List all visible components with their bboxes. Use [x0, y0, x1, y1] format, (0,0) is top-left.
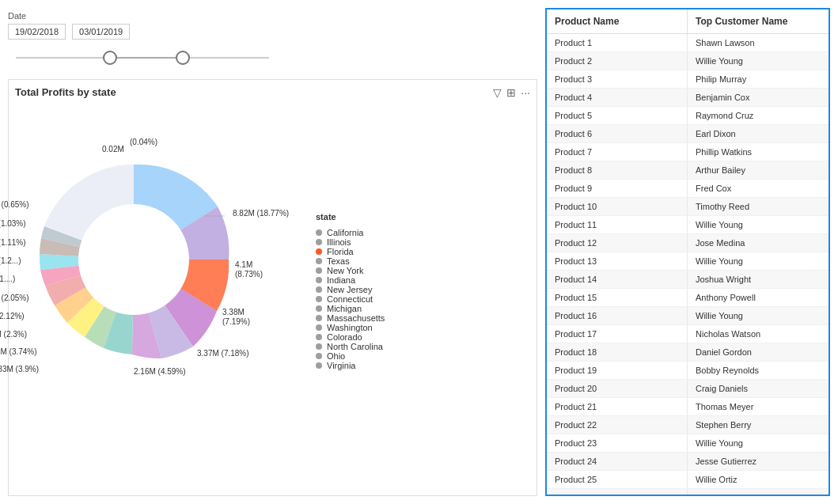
legend-label: New Jersey — [327, 285, 372, 294]
table-row[interactable]: Product 2Willie Young — [547, 52, 829, 70]
table-row[interactable]: Product 12Jose Medina — [547, 234, 829, 252]
table-row[interactable]: Product 23Willie Young — [547, 434, 829, 453]
legend-dot — [316, 267, 322, 274]
legend-label: Michigan — [327, 304, 362, 313]
legend-item[interactable]: Colorado — [316, 332, 385, 342]
table-row[interactable]: Product 5Raymond Cruz — [547, 107, 829, 125]
table-row[interactable]: Product 7Phillip Watkins — [547, 143, 829, 161]
legend-item[interactable]: Virginia — [316, 361, 385, 370]
legend-item[interactable]: Illinois — [316, 237, 385, 247]
table-row[interactable]: Product 1Shawn Lawson — [547, 34, 829, 52]
chart-section: Total Profits by state ▽ ⊞ ··· — [8, 79, 537, 496]
table-row[interactable]: Product 13Willie Young — [547, 252, 829, 271]
slider-thumb-left[interactable] — [103, 51, 117, 65]
legend-item[interactable]: Texas — [316, 256, 385, 266]
customer-name-cell: Fred Cox — [688, 180, 829, 197]
date-end-input[interactable]: 03/01/2019 — [72, 24, 130, 40]
table-row[interactable]: Product 19Bobby Reynolds — [547, 362, 829, 380]
customer-name-cell: Arthur Bailey — [688, 161, 829, 179]
customer-name-cell: Willie Young — [688, 252, 829, 270]
slider-thumb-right[interactable] — [176, 51, 190, 65]
customer-name-cell: Philip Murray — [688, 70, 829, 88]
customer-name-cell: Anthony Powell — [688, 289, 829, 306]
legend-item[interactable]: Ohio — [316, 351, 385, 361]
legend-dot — [316, 324, 322, 331]
svg-point-0 — [78, 204, 189, 315]
chart-title: Total Profits by state — [15, 86, 530, 98]
product-name-cell: Product 4 — [547, 89, 688, 106]
svg-text:(0.04%): (0.04%) — [130, 138, 157, 146]
customer-name-cell: Raymond Cruz — [688, 107, 829, 124]
product-name-cell: Product 15 — [547, 289, 688, 306]
customer-name-cell: Phillip Watkins — [688, 143, 829, 161]
product-name-cell: Product 22 — [547, 416, 688, 434]
customer-name-cell: Willie Young — [688, 434, 829, 452]
legend-label: Florida — [327, 247, 354, 256]
product-name-cell: Product 7 — [547, 143, 688, 161]
table-row[interactable]: Product 3Philip Murray — [547, 70, 829, 89]
legend-label: Illinois — [327, 237, 351, 247]
date-slider[interactable] — [8, 46, 277, 70]
legend-dot — [316, 343, 322, 350]
product-name-cell: Product 6 — [547, 125, 688, 142]
legend-list: CaliforniaIllinoisFloridaTexasNew YorkIn… — [316, 228, 385, 370]
product-name-cell: Product 3 — [547, 70, 688, 88]
table-row[interactable]: Product 4Benjamin Cox — [547, 89, 829, 107]
svg-text:0.58M (1.2...): 0.58M (1.2...) — [0, 256, 21, 265]
legend-item[interactable]: Florida — [316, 247, 385, 256]
svg-text:8.82M (18.77%): 8.82M (18.77%) — [233, 209, 289, 218]
customer-name-cell: James Wood — [688, 489, 829, 496]
table-row[interactable]: Product 17Nicholas Watson — [547, 325, 829, 343]
customer-name-cell: Willie Young — [688, 307, 829, 324]
customer-name-cell: Jesse Gutierrez — [688, 453, 829, 470]
table-row[interactable]: Product 22Stephen Berry — [547, 416, 829, 434]
customer-name-cell: Willie Ortiz — [688, 471, 829, 488]
filter-icon[interactable]: ▽ — [493, 86, 502, 99]
legend-item[interactable]: New Jersey — [316, 285, 385, 294]
chart-content: 8.82M (18.77%) 4.1M (8.73%) 3.38M (7.19%… — [15, 101, 530, 480]
svg-text:1.08M (2.3%): 1.08M (2.3%) — [0, 330, 27, 339]
table-row[interactable]: Product 20Craig Daniels — [547, 380, 829, 398]
date-start-input[interactable]: 19/02/2018 — [8, 24, 66, 40]
table-row[interactable]: Product 21Thomas Meyer — [547, 398, 829, 416]
product-name-cell: Product 19 — [547, 362, 688, 379]
legend-dot — [316, 258, 322, 264]
table-icon[interactable]: ⊞ — [506, 86, 516, 99]
product-name-cell: Product 9 — [547, 180, 688, 197]
table-row[interactable]: Product 16Willie Young — [547, 307, 829, 325]
table-row[interactable]: Product 25Willie Ortiz — [547, 471, 829, 489]
table-row[interactable]: Product 24Jesse Gutierrez — [547, 453, 829, 471]
table-row[interactable]: Product 10Timothy Reed — [547, 198, 829, 216]
table-row[interactable]: Product 18Daniel Gordon — [547, 343, 829, 362]
svg-text:1.83M (3.9%): 1.83M (3.9%) — [0, 365, 39, 373]
right-panel: Product Name Top Customer Name Product 1… — [545, 8, 830, 496]
table-row[interactable]: Product 8Arthur Bailey — [547, 161, 829, 180]
legend-item[interactable]: Indiana — [316, 275, 385, 285]
legend-label: Virginia — [327, 361, 356, 370]
legend-item[interactable]: New York — [316, 266, 385, 275]
legend-label: Massachusetts — [327, 313, 385, 323]
legend-item[interactable]: Michigan — [316, 304, 385, 313]
legend-item[interactable]: California — [316, 228, 385, 237]
table-row[interactable]: Product 11Willie Young — [547, 216, 829, 234]
table-row[interactable]: Product 9Fred Cox — [547, 180, 829, 198]
legend-label: North Carolina — [327, 342, 383, 351]
customer-name-cell: Benjamin Cox — [688, 89, 829, 106]
table-body: Product 1Shawn LawsonProduct 2Willie You… — [547, 34, 829, 496]
legend-item[interactable]: Connecticut — [316, 294, 385, 304]
svg-text:1.76M (3.74%): 1.76M (3.74%) — [0, 347, 37, 356]
legend-dot — [316, 305, 322, 312]
table-row[interactable]: Product 14Joshua Wright — [547, 271, 829, 289]
legend-item[interactable]: North Carolina — [316, 342, 385, 351]
date-inputs: 19/02/2018 03/01/2019 — [8, 24, 537, 40]
table-row[interactable]: Product 6Earl Dixon — [547, 125, 829, 143]
legend-title: state — [316, 212, 385, 222]
table-row[interactable]: Product 15Anthony Powell — [547, 289, 829, 307]
product-name-cell: Product 10 — [547, 198, 688, 215]
legend-item[interactable]: Washington — [316, 323, 385, 332]
legend-item[interactable]: Massachusetts — [316, 313, 385, 323]
legend-dot — [316, 239, 322, 245]
more-icon[interactable]: ··· — [521, 86, 530, 99]
table-row[interactable]: Product 26James Wood — [547, 489, 829, 496]
legend-dot — [316, 277, 322, 283]
